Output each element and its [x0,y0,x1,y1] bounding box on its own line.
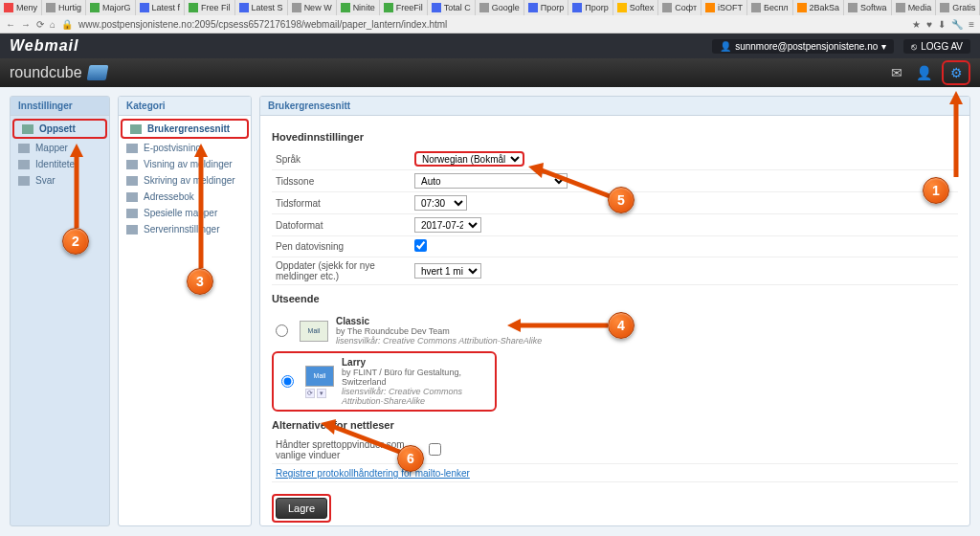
forward-button[interactable]: → [21,19,31,30]
skin-thumbnail: Mail [300,321,328,342]
logout-icon: ⎋ [911,41,917,52]
skin-heading: Utseende [272,293,958,304]
user-icon: 👤 [720,41,731,52]
category-item-skriving-meldinger[interactable]: Skriving av meldinger [119,172,251,189]
timefmt-label: Tidsformat [272,192,411,214]
browser-tab[interactable]: Softwa [844,0,892,15]
datefmt-label: Datoformat [272,214,411,236]
prettydate-checkbox[interactable] [414,239,427,252]
browser-tab[interactable]: Softex [613,0,659,15]
caret-down-icon: ▾ [881,41,886,52]
address-bar: ← → ⟳ ⌂ 🔒 www.postpensjonistene.no:2095/… [0,15,980,33]
home-button[interactable]: ⌂ [50,19,56,30]
lang-label: Språk [272,148,411,170]
lang-select[interactable]: Norwegian (Bokmål) [414,151,524,167]
refresh-label: Oppdater (sjekk for nye meldinger etc.) [272,257,411,285]
category-item-spesielle-mapper[interactable]: Spesielle mapper [119,205,251,221]
category-item-brukergrensesnitt[interactable]: Brukergrensesnitt [121,119,249,139]
skin-radio-classic[interactable] [276,324,288,337]
back-button[interactable]: ← [6,19,15,30]
mail-icon[interactable]: ✉ [888,64,905,81]
annotation-badge-4: 4 [608,312,635,339]
settings-item-svar[interactable]: Svar [11,172,109,189]
browser-tab[interactable]: 2BakSa [793,0,845,15]
browser-heading: Alternativer for nettleser [272,419,958,431]
browser-tab[interactable]: Coфт [658,0,702,15]
browser-tab[interactable]: iSOFT [702,0,747,15]
extension-icon[interactable]: 🔧 [951,19,963,30]
skin-license: lisensvilkår: Creative Commons Attributi… [342,387,491,406]
settings-item-oppsett[interactable]: Oppsett [12,119,107,139]
browser-chrome: Meny Hurtig MajorG Latest f Free Fil Lat… [0,0,980,34]
skin-option-larry[interactable]: Mail ⟳▾ Larry by FLINT / Büro für Gestal… [272,351,497,412]
browser-tab[interactable]: MajorG [86,0,136,15]
annotation-badge-3: 3 [187,268,213,295]
heart-icon[interactable]: ♥ [926,19,932,30]
browser-tab[interactable]: Latest S [235,0,288,15]
register-mailto-link[interactable]: Registrer protokollhåndtering for mailto… [276,468,470,479]
content-panel: Brukergrensesnitt Hovedinnstillinger Spr… [259,96,970,526]
url-field[interactable]: www.postpensjonistene.no:2095/cpsess6572… [78,19,906,30]
browser-tab[interactable]: Hurtig [42,0,86,15]
browser-tab[interactable]: Free Fil [185,0,235,15]
timefmt-select[interactable]: 07:30 [414,195,467,211]
panel-title: Kategori [119,97,251,116]
skin-license: lisensvilkår: Creative Commons Attributi… [336,336,542,346]
skin-name: Larry [342,357,491,368]
content-title: Brukergrensesnitt [260,97,969,116]
webmail-header: Webmail 👤 sunnmore@postpensjonistene.no … [0,34,980,58]
category-item-serverinnstillinger[interactable]: Serverinnstillinger [119,221,251,237]
datefmt-select[interactable]: 2017-07-24 [414,217,481,233]
browser-tab[interactable]: Latest f [136,0,186,15]
popup-checkbox[interactable] [429,443,441,456]
settings-item-identiteter[interactable]: Identiteter [11,156,109,172]
category-item-adressebok[interactable]: Adressebok [119,189,251,205]
bookmark-icon[interactable]: ★ [912,19,921,30]
browser-tab[interactable]: Media [892,0,937,15]
browser-tab-strip: Meny Hurtig MajorG Latest f Free Fil Lat… [0,0,980,15]
annotation-badge-5: 5 [608,187,635,213]
browser-tab[interactable]: FreeFil [380,0,428,15]
reload-button[interactable]: ⟳ [36,19,44,30]
skin-author: by The Roundcube Dev Team [336,326,542,336]
logout-button[interactable]: ⎋ LOGG AV [903,39,970,54]
skin-radio-larry[interactable] [281,375,294,388]
browser-tab[interactable]: Ninite [337,0,380,15]
annotation-badge-1: 1 [923,177,949,204]
app-body: Innstillinger Oppsett Mapper Identiteter… [0,86,980,536]
annotation-badge-2: 2 [62,228,89,255]
browser-tab[interactable]: Пporp [524,0,568,15]
skin-thumbnail: Mail [305,366,334,387]
browser-tab[interactable]: New W [288,0,337,15]
cube-icon [86,65,108,80]
category-item-epostvisning[interactable]: E-postvisning [119,140,251,156]
tz-select[interactable]: Auto [414,173,568,189]
refresh-select[interactable]: hvert 1 minutt [414,263,481,279]
browser-tab[interactable]: Meny [0,0,42,15]
save-button[interactable]: Lagre [276,498,327,519]
skin-name: Classic [336,316,542,326]
browser-tab[interactable]: Total C [428,0,476,15]
prettydate-label: Pen datovisning [272,236,411,257]
webmail-brand: Webmail [10,37,79,55]
user-email: sunnmore@postpensjonistene.no [735,41,878,52]
panel-title: Innstillinger [11,97,109,116]
tz-label: Tidssone [272,170,411,192]
main-heading: Hovedinnstillinger [272,131,958,143]
user-menu[interactable]: 👤 sunnmore@postpensjonistene.no ▾ [712,39,894,54]
menu-icon[interactable]: ≡ [969,19,974,30]
browser-tab[interactable]: Бecпл [747,0,793,15]
roundcube-header: roundcube ✉ 👤 ⚙ [0,58,980,87]
skin-author: by FLINT / Büro für Gestaltung, Switzerl… [342,368,491,387]
gear-icon[interactable]: ⚙ [947,64,965,81]
download-icon[interactable]: ⬇ [938,19,946,30]
annotation-badge-6: 6 [397,445,424,472]
settings-item-mapper[interactable]: Mapper [11,140,109,156]
browser-tab[interactable]: Gratis [936,0,980,15]
category-item-visning-meldinger[interactable]: Visning av meldinger [119,156,251,172]
browser-tab[interactable]: Google [476,0,524,15]
settings-panel: Innstillinger Oppsett Mapper Identiteter… [10,96,110,526]
categories-panel: Kategori Brukergrensesnitt E-postvisning… [118,96,252,526]
browser-tab[interactable]: Пporp [568,0,612,15]
user-icon[interactable]: 👤 [915,64,932,81]
